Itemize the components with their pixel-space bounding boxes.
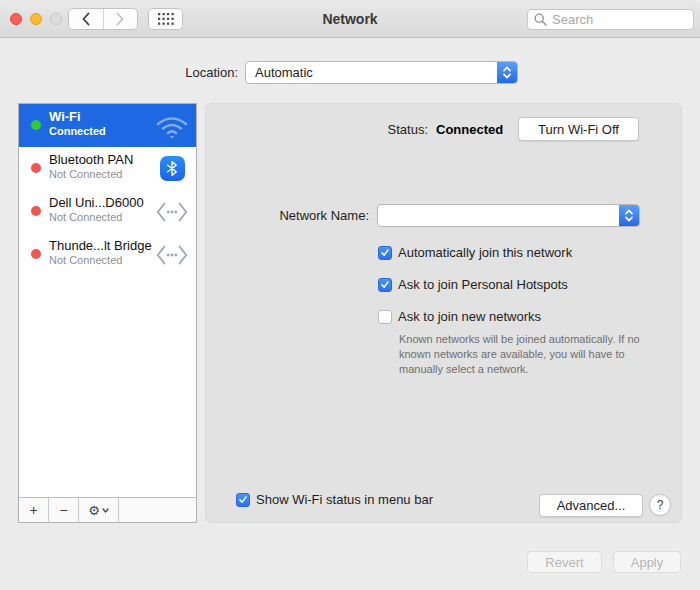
- status-label: Status:: [206, 122, 428, 137]
- sidebar-item-thunderbolt-bridge[interactable]: Thunde...lt Bridge Not Connected: [19, 233, 196, 276]
- new-networks-checkbox-row[interactable]: Ask to join new networks: [378, 309, 541, 324]
- advanced-button[interactable]: Advanced...: [539, 494, 643, 517]
- wifi-icon: [153, 104, 191, 147]
- sidebar-item-bluetooth-pan[interactable]: Bluetooth PAN Not Connected: [19, 147, 196, 190]
- interface-name: Thunde...lt Bridge: [49, 238, 152, 253]
- location-dropdown[interactable]: Automatic: [245, 61, 518, 84]
- ethernet-adapter-icon: [153, 233, 191, 276]
- checkbox-checked-icon[interactable]: [378, 278, 392, 292]
- revert-button[interactable]: Revert: [527, 551, 602, 573]
- status-dot-red: [31, 163, 41, 173]
- turn-wifi-off-button[interactable]: Turn Wi-Fi Off: [518, 117, 639, 141]
- personal-hotspots-checkbox-row[interactable]: Ask to join Personal Hotspots: [378, 277, 568, 292]
- auto-join-checkbox-row[interactable]: Automatically join this network: [378, 245, 572, 260]
- interface-status: Connected: [49, 125, 106, 137]
- location-label: Location:: [0, 65, 238, 80]
- forward-button[interactable]: [104, 9, 138, 29]
- checkbox-unchecked-icon[interactable]: [378, 310, 392, 324]
- interface-name: Bluetooth PAN: [49, 152, 133, 167]
- nav-segmented-control: [68, 8, 138, 30]
- checkbox-label: Ask to join new networks: [398, 309, 541, 324]
- add-interface-button[interactable]: +: [19, 498, 49, 522]
- search-placeholder: Search: [552, 12, 593, 27]
- minimize-button[interactable]: [30, 13, 42, 25]
- checkbox-label: Ask to join Personal Hotspots: [398, 277, 568, 292]
- status-dot-red: [31, 206, 41, 216]
- interface-name: Dell Uni...D6000: [49, 195, 144, 210]
- chevron-down-icon: [102, 508, 109, 513]
- sidebar-item-dell-dock[interactable]: Dell Uni...D6000 Not Connected: [19, 190, 196, 233]
- show-all-button[interactable]: [148, 8, 183, 30]
- search-field[interactable]: Search: [527, 9, 694, 30]
- interface-status: Not Connected: [49, 254, 122, 266]
- gear-icon: ⚙: [88, 504, 100, 517]
- popup-stepper-icon: [619, 205, 639, 226]
- interface-name: Wi-Fi: [49, 109, 81, 124]
- back-button[interactable]: [69, 9, 104, 29]
- status-dot-green: [31, 120, 41, 130]
- action-menu-button[interactable]: ⚙: [79, 498, 119, 522]
- forward-chevron-icon: [115, 12, 125, 26]
- network-name-label: Network Name:: [206, 208, 369, 223]
- remove-interface-button[interactable]: −: [49, 498, 79, 522]
- interface-status: Not Connected: [49, 168, 122, 180]
- ethernet-adapter-icon: [153, 190, 191, 233]
- titlebar: Network Search: [0, 0, 700, 38]
- show-all-grid-icon: [158, 13, 174, 25]
- location-value: Automatic: [246, 65, 497, 80]
- interface-status: Not Connected: [49, 211, 122, 223]
- menu-bar-status-checkbox-row[interactable]: Show Wi-Fi status in menu bar: [236, 492, 433, 507]
- interface-list: Wi-Fi Connected Bluetooth PAN Not Connec…: [18, 103, 197, 523]
- sidebar-toolbar: + − ⚙: [19, 497, 196, 522]
- network-name-dropdown[interactable]: [377, 204, 640, 227]
- checkbox-checked-icon[interactable]: [378, 246, 392, 260]
- known-networks-helper-text: Known networks will be joined automatica…: [399, 332, 655, 377]
- popup-stepper-icon: [497, 62, 517, 83]
- status-value: Connected: [436, 122, 503, 137]
- help-button[interactable]: ?: [649, 494, 671, 516]
- checkbox-label: Show Wi-Fi status in menu bar: [256, 492, 433, 507]
- search-icon: [534, 13, 547, 26]
- checkbox-label: Automatically join this network: [398, 245, 572, 260]
- back-chevron-icon: [81, 12, 91, 26]
- status-dot-red: [31, 249, 41, 259]
- sidebar-item-wifi[interactable]: Wi-Fi Connected: [19, 104, 196, 147]
- close-button[interactable]: [10, 13, 22, 25]
- zoom-button[interactable]: [50, 13, 62, 25]
- checkbox-checked-icon[interactable]: [236, 493, 250, 507]
- apply-button[interactable]: Apply: [613, 551, 681, 573]
- network-preferences-window: Network Search Location: Automatic Wi-Fi…: [0, 0, 700, 590]
- bluetooth-icon: [153, 147, 191, 190]
- wifi-settings-panel: Status: Connected Turn Wi-Fi Off Network…: [205, 103, 682, 523]
